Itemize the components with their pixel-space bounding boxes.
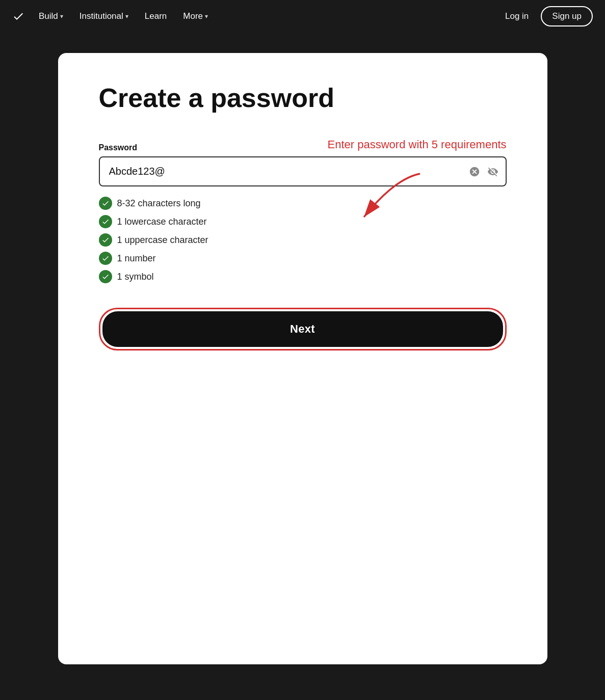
password-input[interactable] <box>99 156 507 186</box>
req-item-lowercase: 1 lowercase character <box>99 215 507 228</box>
chevron-down-icon: ▾ <box>125 13 128 20</box>
nav-item-institutional[interactable]: Institutional ▾ <box>73 7 135 25</box>
chevron-down-icon: ▾ <box>205 13 208 20</box>
input-icons <box>468 165 499 178</box>
card: Create a password Enter password with 5 … <box>58 53 547 664</box>
logo <box>12 10 24 22</box>
nav-item-build[interactable]: Build ▾ <box>33 7 69 25</box>
chevron-down-icon: ▾ <box>60 13 63 20</box>
next-button-wrapper: Next <box>99 308 507 351</box>
toggle-password-button[interactable] <box>486 165 499 178</box>
page-content: Create a password Enter password with 5 … <box>0 33 605 700</box>
req-item-uppercase: 1 uppercase character <box>99 233 507 247</box>
navbar: Build ▾ Institutional ▾ Learn More ▾ Log… <box>0 0 605 33</box>
clear-input-button[interactable] <box>468 165 481 178</box>
req-item-number: 1 number <box>99 252 507 265</box>
annotation-container: Enter password with 5 requirements Passw… <box>99 143 507 152</box>
req-item-symbol: 1 symbol <box>99 270 507 283</box>
check-icon <box>99 270 112 283</box>
check-icon <box>99 215 112 228</box>
nav-item-learn[interactable]: Learn <box>139 7 173 25</box>
check-icon <box>99 197 112 210</box>
login-link[interactable]: Log in <box>497 7 537 25</box>
password-label: Password <box>99 143 507 152</box>
requirements-list: 8-32 characters long 1 lowercase charact… <box>99 197 507 283</box>
next-button[interactable]: Next <box>102 311 503 347</box>
check-icon <box>99 252 112 265</box>
check-icon <box>99 233 112 247</box>
nav-item-more[interactable]: More ▾ <box>177 7 214 25</box>
page-title: Create a password <box>99 84 507 113</box>
req-item-length: 8-32 characters long <box>99 197 507 210</box>
signup-button[interactable]: Sign up <box>541 6 593 26</box>
password-field-wrapper <box>99 156 507 186</box>
